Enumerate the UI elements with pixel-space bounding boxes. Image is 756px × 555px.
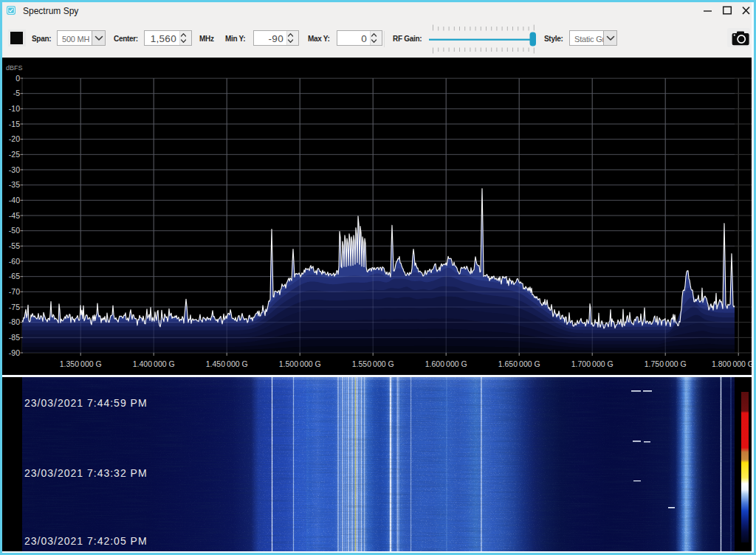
- svg-text:1.400 000 G: 1.400 000 G: [133, 359, 175, 368]
- svg-text:1.750 000 G: 1.750 000 G: [645, 359, 687, 368]
- svg-text:-35: -35: [9, 180, 20, 189]
- svg-text:1.700 000 G: 1.700 000 G: [571, 359, 614, 368]
- svg-text:-90: -90: [9, 348, 20, 357]
- svg-text:-50: -50: [9, 226, 20, 235]
- svg-text:0: 0: [16, 74, 20, 83]
- svg-text:-55: -55: [9, 241, 20, 250]
- svg-text:dBFS: dBFS: [6, 64, 23, 72]
- svg-text:1.600 000 G: 1.600 000 G: [425, 359, 467, 368]
- svg-text:-80: -80: [9, 317, 20, 326]
- svg-text:23/03/2021 7:44:59 PM: 23/03/2021 7:44:59 PM: [24, 397, 148, 409]
- svg-text:-85: -85: [9, 333, 20, 342]
- svg-text:-45: -45: [9, 211, 20, 220]
- svg-text:23/03/2021 7:43:32 PM: 23/03/2021 7:43:32 PM: [24, 467, 148, 479]
- svg-text:-20: -20: [9, 134, 20, 143]
- svg-text:1.450 000 G: 1.450 000 G: [206, 359, 248, 368]
- svg-text:-25: -25: [9, 150, 20, 159]
- svg-text:-75: -75: [9, 303, 20, 311]
- svg-text:-30: -30: [9, 165, 20, 174]
- svg-text:-15: -15: [9, 120, 20, 128]
- svg-text:-40: -40: [9, 196, 20, 204]
- svg-text:1.550 000 G: 1.550 000 G: [352, 359, 394, 368]
- svg-text:23/03/2021 7:42:05 PM: 23/03/2021 7:42:05 PM: [24, 535, 148, 547]
- svg-text:1.350 000 G: 1.350 000 G: [60, 359, 102, 368]
- svg-text:-5: -5: [13, 89, 20, 97]
- svg-text:-60: -60: [9, 257, 20, 266]
- svg-text:-65: -65: [9, 272, 20, 280]
- svg-text:-70: -70: [9, 287, 20, 296]
- svg-text:1.650 000 G: 1.650 000 G: [498, 359, 540, 368]
- svg-text:1.800 000 G: 1.800 000 G: [712, 359, 754, 368]
- svg-text:-10: -10: [9, 104, 20, 113]
- svg-text:1.500 000 G: 1.500 000 G: [279, 359, 321, 368]
